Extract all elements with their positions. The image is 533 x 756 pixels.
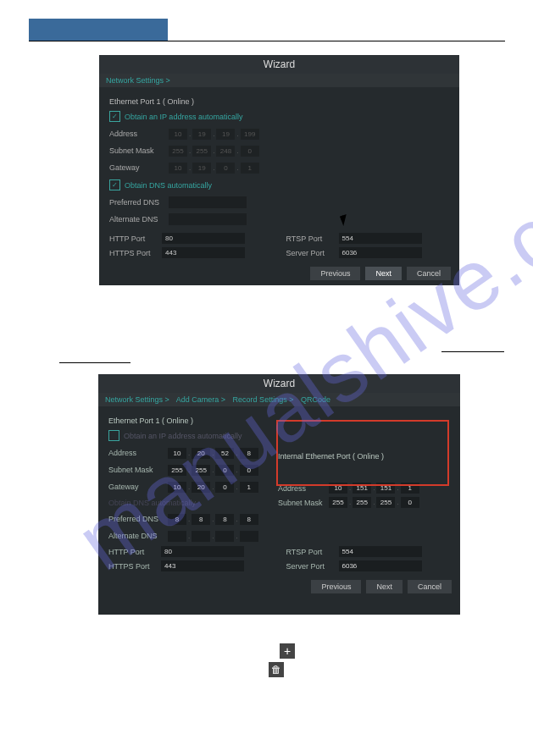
gateway-label: Gateway <box>108 483 168 491</box>
dhcp-checkbox[interactable]: ✓ <box>108 430 119 441</box>
pref-dns-input[interactable]: 8. 8. 8. 8 <box>168 514 258 525</box>
gateway-input[interactable]: 10. 19. 0. 1 <box>169 163 259 174</box>
subnet-input[interactable]: 255. 255. 0. 0 <box>168 465 258 476</box>
dhcp-label: Obtain an IP address automatically <box>125 113 242 121</box>
http-port-label: HTTP Port <box>109 235 162 243</box>
https-port-input[interactable]: 443 <box>162 247 245 258</box>
dhcp-checkbox[interactable]: ✓ <box>109 111 120 122</box>
dns-auto-label: Obtain DNS automatically <box>108 499 196 507</box>
cancel-button[interactable]: Cancel <box>407 267 451 280</box>
text-underline <box>59 362 130 363</box>
dhcp-label: Obtain an IP address automatically <box>124 432 242 440</box>
highlight-box <box>276 420 449 486</box>
address-input[interactable]: 10. 19. 19. 199 <box>169 129 259 140</box>
section-title: Ethernet Port 1 ( Online ) <box>109 97 449 106</box>
page-header-line <box>29 41 505 41</box>
alt-dns-label: Alternate DNS <box>109 215 169 223</box>
previous-button[interactable]: Previous <box>311 580 361 593</box>
internal-subnet-label: Subnet Mask <box>278 499 329 507</box>
alt-dns-input[interactable] <box>169 213 247 225</box>
wizard-title: Wizard <box>99 55 459 74</box>
https-port-label: HTTPS Port <box>108 562 161 571</box>
text-underline <box>441 351 504 352</box>
subnet-label: Subnet Mask <box>109 146 169 155</box>
alt-dns-input[interactable]: . . . <box>168 531 258 542</box>
breadcrumb-item[interactable]: Network Settings > <box>106 76 170 85</box>
rtsp-port-input[interactable]: 554 <box>339 233 422 244</box>
breadcrumb: Network Settings > <box>99 74 459 87</box>
http-port-input[interactable]: 80 <box>162 233 245 244</box>
pref-dns-input[interactable] <box>169 196 247 208</box>
address-input[interactable]: 10. 20. 52. 8 <box>168 448 258 459</box>
server-port-input[interactable]: 6036 <box>339 560 422 571</box>
trash-icon[interactable]: 🗑 <box>269 662 284 677</box>
breadcrumb-item[interactable]: QRCode <box>301 395 330 404</box>
wizard-window-1: Wizard Network Settings > Ethernet Port … <box>99 55 459 285</box>
page-header-bar <box>29 19 168 41</box>
next-button[interactable]: Next <box>366 580 403 593</box>
alt-dns-label: Alternate DNS <box>108 532 168 540</box>
server-port-label: Server Port <box>286 249 339 257</box>
breadcrumb: Network Settings > Add Camera > Record S… <box>98 393 460 406</box>
server-port-label: Server Port <box>286 562 339 571</box>
pref-dns-label: Preferred DNS <box>108 515 168 523</box>
previous-button[interactable]: Previous <box>310 267 360 280</box>
subnet-input[interactable]: 255. 255. 248. 0 <box>169 146 259 157</box>
address-label: Address <box>108 449 168 457</box>
breadcrumb-item[interactable]: Record Settings > <box>233 395 294 404</box>
http-port-label: HTTP Port <box>108 548 161 556</box>
pref-dns-label: Preferred DNS <box>109 198 169 207</box>
breadcrumb-item[interactable]: Add Camera > <box>176 395 225 404</box>
http-port-input[interactable]: 80 <box>161 546 244 557</box>
cancel-button[interactable]: Cancel <box>408 580 452 593</box>
wizard-title: Wizard <box>98 374 460 393</box>
rtsp-port-label: RTSP Port <box>286 235 339 243</box>
next-button[interactable]: Next <box>365 267 402 280</box>
https-port-input[interactable]: 443 <box>161 560 244 571</box>
gateway-input[interactable]: 10. 20. 0. 1 <box>168 482 258 493</box>
dns-auto-checkbox[interactable]: ✓ <box>109 179 120 190</box>
internal-subnet-input[interactable]: 255. 255. 255. 0 <box>329 497 419 508</box>
gateway-label: Gateway <box>109 163 169 172</box>
address-label: Address <box>109 130 169 138</box>
rtsp-port-label: RTSP Port <box>286 548 339 556</box>
plus-icon[interactable]: + <box>280 643 295 659</box>
subnet-label: Subnet Mask <box>108 466 168 474</box>
server-port-input[interactable]: 6036 <box>339 247 422 258</box>
dns-auto-label: Obtain DNS automatically <box>125 181 212 190</box>
breadcrumb-item[interactable]: Network Settings > <box>105 395 169 404</box>
rtsp-port-input[interactable]: 554 <box>339 546 422 557</box>
https-port-label: HTTPS Port <box>109 249 162 257</box>
wizard-window-2: Wizard Network Settings > Add Camera > R… <box>98 374 460 615</box>
